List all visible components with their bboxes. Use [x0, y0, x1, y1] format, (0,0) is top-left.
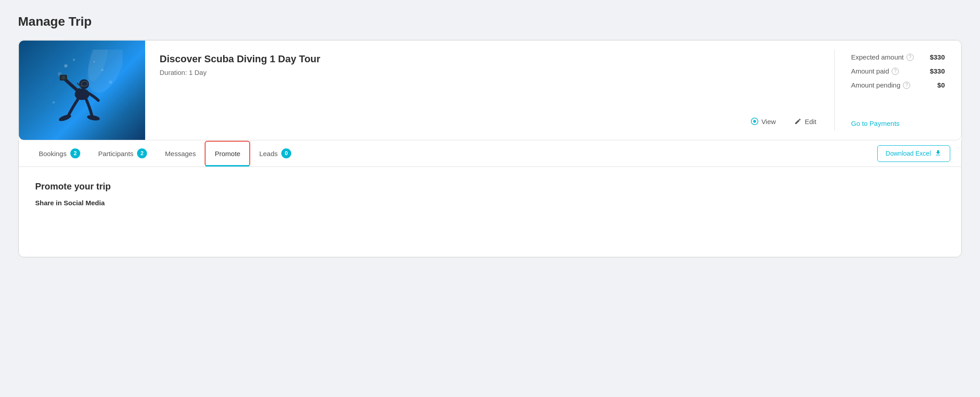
page-title: Manage Trip	[18, 14, 962, 29]
svg-point-0	[64, 64, 67, 67]
share-social-subtitle: Share in Social Media	[35, 199, 945, 207]
svg-point-15	[87, 114, 100, 121]
amount-pending-help-icon[interactable]: ?	[903, 82, 910, 89]
expected-amount-value: $330	[930, 53, 945, 61]
svg-point-1	[73, 59, 75, 61]
trip-card: Discover Scuba Diving 1 Day Tour Duratio…	[18, 40, 962, 140]
tab-promote[interactable]: Promote	[205, 141, 250, 166]
amount-pending-row: Amount pending ? $0	[851, 81, 945, 89]
trip-image	[19, 41, 145, 140]
edit-icon	[794, 117, 802, 125]
trip-name: Discover Scuba Diving 1 Day Tour	[160, 53, 820, 65]
participants-badge: 2	[137, 148, 147, 158]
trip-financials: Expected amount ? $330 Amount paid ? $33…	[835, 41, 961, 140]
amount-paid-value: $330	[930, 67, 945, 75]
amount-paid-help-icon[interactable]: ?	[892, 68, 899, 75]
view-button[interactable]: View	[747, 115, 779, 127]
trip-info: Discover Scuba Diving 1 Day Tour Duratio…	[145, 41, 834, 140]
svg-point-18	[753, 120, 756, 123]
tab-participants[interactable]: Participants 2	[89, 140, 156, 166]
goto-payments-link[interactable]: Go to Payments	[851, 120, 945, 127]
tab-list: Bookings 2 Participants 2 Messages Promo…	[30, 140, 877, 166]
edit-button[interactable]: Edit	[790, 115, 820, 127]
download-icon	[934, 149, 942, 158]
leads-badge: 0	[281, 148, 291, 158]
amount-pending-value: $0	[937, 81, 945, 89]
expected-amount-help-icon[interactable]: ?	[907, 54, 914, 61]
tab-messages[interactable]: Messages	[156, 142, 205, 166]
trip-actions: View Edit	[160, 115, 820, 127]
trip-section: Discover Scuba Diving 1 Day Tour Duratio…	[18, 40, 962, 258]
trip-duration: Duration: 1 Day	[160, 69, 820, 76]
tabs-container: Bookings 2 Participants 2 Messages Promo…	[18, 140, 962, 167]
tab-bookings[interactable]: Bookings 2	[30, 140, 89, 166]
svg-point-6	[52, 101, 55, 103]
view-icon	[751, 117, 759, 125]
promote-content: Promote your trip Share in Social Media	[18, 167, 962, 257]
promote-section-title: Promote your trip	[35, 181, 945, 192]
amount-paid-row: Amount paid ? $330	[851, 67, 945, 75]
download-excel-button[interactable]: Download Excel	[877, 145, 950, 162]
bookings-badge: 2	[70, 148, 80, 158]
expected-amount-row: Expected amount ? $330	[851, 53, 945, 61]
svg-point-13	[61, 76, 65, 80]
tab-leads[interactable]: Leads 0	[250, 140, 300, 166]
